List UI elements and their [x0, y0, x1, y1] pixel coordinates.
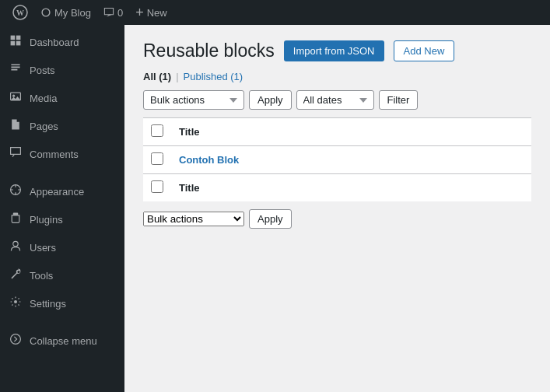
pages-icon	[8, 118, 23, 134]
collapse-label: Collapse menu	[30, 335, 97, 347]
sidebar-item-comments[interactable]: Comments	[0, 140, 124, 168]
add-new-button[interactable]: Add New	[394, 40, 455, 61]
sidebar-appearance-label: Appearance	[30, 186, 84, 198]
sidebar-item-settings[interactable]: Settings	[0, 289, 124, 317]
table-footer-checkbox	[143, 174, 171, 202]
page-title: Reusable blocks	[143, 40, 275, 61]
bottom-apply-button[interactable]: Apply	[249, 209, 292, 229]
sidebar: Dashboard Posts Media Pages Comments	[0, 25, 124, 392]
sidebar-item-users[interactable]: Users	[0, 233, 124, 261]
sidebar-pages-label: Pages	[30, 121, 58, 132]
users-icon	[8, 240, 23, 255]
svg-point-11	[14, 300, 17, 303]
sidebar-settings-label: Settings	[30, 298, 66, 310]
date-filter-wrap: All dates	[296, 90, 374, 110]
svg-rect-4	[11, 41, 16, 46]
page-header: Reusable blocks Import from JSON Add New	[143, 40, 531, 61]
main-content: Reusable blocks Import from JSON Add New…	[124, 25, 550, 392]
svg-text:W: W	[16, 9, 24, 17]
svg-rect-2	[11, 36, 16, 40]
sidebar-item-media[interactable]: Media	[0, 84, 124, 112]
sidebar-users-label: Users	[30, 242, 56, 254]
comments-count: 0	[117, 7, 123, 19]
sidebar-item-tools[interactable]: Tools	[0, 261, 124, 289]
table-footer-row: Title	[143, 174, 531, 202]
appearance-icon	[8, 184, 23, 199]
sidebar-item-pages[interactable]: Pages	[0, 112, 124, 140]
import-json-button[interactable]: Import from JSON	[284, 40, 384, 61]
plugins-icon	[8, 212, 23, 227]
sidebar-collapse[interactable]: Collapse menu	[0, 327, 124, 355]
svg-point-7	[12, 95, 15, 97]
svg-rect-3	[16, 36, 21, 40]
collapse-icon	[8, 333, 23, 348]
bottom-bulk-actions-select[interactable]: Bulk actions Delete	[143, 212, 244, 226]
sidebar-item-appearance[interactable]: Appearance	[0, 177, 124, 205]
new-label: New	[147, 7, 167, 19]
sidebar-item-plugins[interactable]: Plugins	[0, 205, 124, 233]
tab-all[interactable]: All (1)	[143, 71, 171, 82]
settings-icon	[8, 296, 23, 311]
svg-point-10	[13, 241, 18, 246]
comments-link[interactable]: 0	[97, 0, 129, 25]
tab-published[interactable]: Published (1)	[184, 71, 243, 82]
tab-separator: |	[176, 71, 178, 82]
wp-logo[interactable]: W	[6, 5, 34, 20]
table-row: Contoh Blok	[143, 146, 531, 174]
bulk-actions-wrap: Bulk actions Delete	[143, 90, 244, 110]
apply-button[interactable]: Apply	[249, 90, 292, 110]
row-title-cell: Contoh Blok	[171, 146, 531, 174]
my-blog-link[interactable]: My Blog	[34, 0, 97, 25]
sidebar-media-label: Media	[30, 93, 57, 104]
sidebar-plugins-label: Plugins	[30, 214, 63, 226]
date-filter-select[interactable]: All dates	[296, 90, 374, 110]
sidebar-item-posts[interactable]: Posts	[0, 56, 124, 84]
my-blog-label: My Blog	[54, 7, 91, 19]
row-checkbox-cell	[143, 146, 171, 174]
row-title-link[interactable]: Contoh Blok	[179, 154, 239, 166]
comments-icon	[8, 146, 23, 162]
select-all-checkbox[interactable]	[151, 124, 163, 137]
sidebar-tools-label: Tools	[30, 270, 53, 282]
sidebar-comments-label: Comments	[30, 149, 79, 160]
filter-tabs: All (1) | Published (1)	[143, 71, 531, 82]
bottom-toolbar: Bulk actions Delete Apply	[143, 209, 531, 229]
new-menu[interactable]: + New	[129, 0, 173, 25]
top-toolbar: Bulk actions Delete Apply All dates Filt…	[143, 90, 531, 110]
bottom-bulk-actions-wrap: Bulk actions Delete	[143, 212, 244, 226]
media-icon	[8, 90, 23, 106]
posts-icon	[8, 62, 23, 78]
filter-button[interactable]: Filter	[379, 90, 419, 110]
sidebar-dashboard-label: Dashboard	[30, 37, 79, 48]
svg-point-12	[11, 334, 21, 345]
table-header-title: Title	[171, 118, 531, 146]
svg-rect-5	[16, 41, 21, 46]
topbar: W My Blog 0 + New	[0, 0, 550, 25]
row-checkbox[interactable]	[151, 152, 163, 165]
table-footer-title: Title	[171, 174, 531, 202]
table-header-checkbox	[143, 118, 171, 146]
bulk-actions-select[interactable]: Bulk actions Delete	[143, 90, 244, 110]
sidebar-posts-label: Posts	[30, 65, 55, 76]
dashboard-icon	[8, 34, 23, 50]
tools-icon	[8, 268, 23, 283]
select-all-bottom-checkbox[interactable]	[151, 180, 163, 193]
sidebar-item-dashboard[interactable]: Dashboard	[0, 28, 124, 56]
reusable-blocks-table: Title Contoh Blok	[143, 117, 531, 201]
